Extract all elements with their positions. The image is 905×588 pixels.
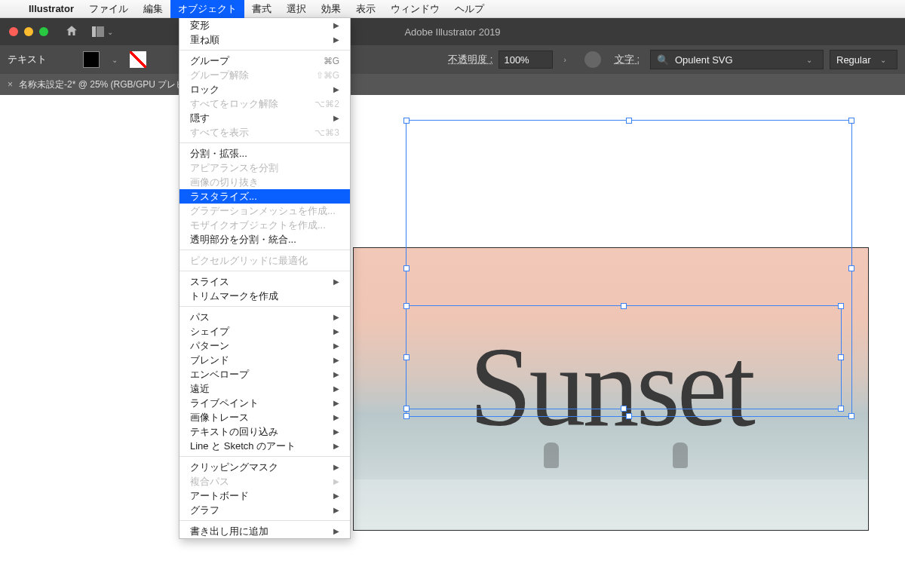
resize-handle[interactable] bbox=[403, 354, 410, 360]
menu-item[interactable]: グループ⌘G bbox=[179, 54, 350, 68]
menu-item: グループ解除⇧⌘G bbox=[179, 68, 350, 82]
resize-handle[interactable] bbox=[403, 406, 410, 412]
resize-handle[interactable] bbox=[848, 118, 854, 124]
menu-item-label: グラデーションメッシュを作成... bbox=[190, 204, 336, 218]
menu-item[interactable]: グラフ▶ bbox=[179, 503, 350, 517]
menu-shortcut: ⌥⌘3 bbox=[314, 127, 339, 138]
menu-item[interactable]: 画像トレース▶ bbox=[179, 410, 350, 424]
opacity-value: 100% bbox=[504, 54, 529, 66]
app-name[interactable]: Illustrator bbox=[21, 3, 81, 14]
menu-item-8[interactable]: ヘルプ bbox=[447, 0, 492, 18]
resize-handle[interactable] bbox=[403, 303, 410, 309]
resize-handle[interactable] bbox=[621, 406, 627, 412]
character-label[interactable]: 文字 : bbox=[615, 53, 640, 66]
weight-dropdown-icon[interactable]: ⌄ bbox=[876, 56, 891, 64]
menu-item-5[interactable]: 効果 bbox=[314, 0, 348, 18]
menu-item-label: 分割・拡張... bbox=[190, 147, 247, 161]
document-tab-bar: × 名称未設定-2* @ 25% (RGB/GPU プレビュー) bbox=[0, 74, 905, 95]
resize-handle[interactable] bbox=[403, 265, 410, 271]
resize-handle[interactable] bbox=[838, 303, 844, 309]
menu-separator bbox=[179, 142, 350, 143]
app-title: Adobe Illustrator 2019 bbox=[404, 26, 500, 38]
fill-swatch[interactable] bbox=[83, 51, 100, 68]
menu-item[interactable]: トリムマークを作成 bbox=[179, 289, 350, 303]
submenu-arrow-icon: ▶ bbox=[333, 277, 339, 286]
menu-item[interactable]: ライブペイント▶ bbox=[179, 396, 350, 410]
menu-item[interactable]: パス▶ bbox=[179, 310, 350, 324]
submenu-arrow-icon: ▶ bbox=[333, 413, 339, 421]
submenu-arrow-icon: ▶ bbox=[333, 492, 339, 500]
resize-handle[interactable] bbox=[848, 413, 854, 419]
submenu-arrow-icon: ▶ bbox=[333, 442, 339, 450]
font-weight-field[interactable]: Regular ⌄ bbox=[830, 50, 897, 69]
menu-item[interactable]: 遠近▶ bbox=[179, 381, 350, 396]
menu-item[interactable]: ブレンド▶ bbox=[179, 353, 350, 367]
submenu-arrow-icon: ▶ bbox=[333, 527, 339, 535]
resize-handle[interactable] bbox=[626, 118, 632, 124]
menu-item[interactable]: Line と Sketch のアート▶ bbox=[179, 439, 350, 453]
font-family-value: Opulent SVG bbox=[675, 54, 796, 66]
opacity-chevron[interactable]: › bbox=[559, 56, 570, 64]
submenu-arrow-icon: ▶ bbox=[333, 327, 339, 335]
resize-handle[interactable] bbox=[838, 406, 844, 412]
menu-item-4[interactable]: 選択 bbox=[279, 0, 314, 18]
menu-item[interactable]: 重ね順▶ bbox=[179, 32, 350, 47]
resize-handle[interactable] bbox=[838, 354, 844, 360]
font-family-field[interactable]: 🔍 Opulent SVG ⌄ bbox=[650, 50, 824, 69]
menu-item: モザイクオブジェクトを作成... bbox=[179, 218, 350, 232]
close-window-button[interactable] bbox=[9, 27, 18, 36]
home-icon[interactable] bbox=[57, 24, 86, 40]
menu-item[interactable]: 分割・拡張... bbox=[179, 146, 350, 161]
submenu-arrow-icon: ▶ bbox=[333, 21, 339, 29]
menu-item-7[interactable]: ウィンドウ bbox=[383, 0, 447, 18]
menu-item[interactable]: エンベロープ▶ bbox=[179, 367, 350, 381]
maximize-window-button[interactable] bbox=[39, 27, 48, 36]
menu-item-6[interactable]: 表示 bbox=[348, 0, 383, 18]
recolor-icon[interactable] bbox=[584, 51, 601, 68]
menu-item-label: 重ね順 bbox=[190, 33, 219, 47]
menu-item[interactable]: ラスタライズ... bbox=[179, 189, 350, 204]
close-tab-icon[interactable]: × bbox=[8, 79, 13, 90]
menu-item[interactable]: テキストの回り込み▶ bbox=[179, 424, 350, 439]
menu-item: すべてをロック解除⌥⌘2 bbox=[179, 96, 350, 111]
svg-rect-0 bbox=[92, 26, 96, 37]
menu-item[interactable]: シェイプ▶ bbox=[179, 324, 350, 338]
menu-item-3[interactable]: 書式 bbox=[244, 0, 279, 18]
menu-separator bbox=[179, 520, 350, 521]
menu-item-label: トリムマークを作成 bbox=[190, 289, 278, 303]
submenu-arrow-icon: ▶ bbox=[333, 35, 339, 44]
menu-item[interactable]: 変形▶ bbox=[179, 18, 350, 32]
menu-item[interactable]: アートボード▶ bbox=[179, 488, 350, 503]
menu-item-label: 画像トレース bbox=[190, 411, 249, 424]
resize-handle[interactable] bbox=[626, 413, 632, 419]
resize-handle[interactable] bbox=[848, 265, 854, 271]
menu-item-2[interactable]: オブジェクト bbox=[170, 0, 244, 18]
menu-item-0[interactable]: ファイル bbox=[81, 0, 136, 18]
menu-item-label: 画像の切り抜き bbox=[190, 176, 259, 189]
menu-item[interactable]: スライス▶ bbox=[179, 274, 350, 289]
menu-item[interactable]: 透明部分を分割・統合... bbox=[179, 232, 350, 247]
menu-item-label: グラフ bbox=[190, 504, 219, 517]
text-selection-box[interactable] bbox=[406, 305, 842, 409]
font-dropdown-icon[interactable]: ⌄ bbox=[802, 56, 817, 64]
menu-item[interactable]: クリッピングマスク▶ bbox=[179, 460, 350, 474]
fill-dropdown[interactable]: ⌄ bbox=[107, 56, 122, 64]
stroke-swatch[interactable] bbox=[130, 51, 146, 68]
resize-handle[interactable] bbox=[403, 413, 410, 419]
resize-handle[interactable] bbox=[621, 303, 627, 309]
menu-item[interactable]: パターン▶ bbox=[179, 338, 350, 353]
menu-item[interactable]: 書き出し用に追加▶ bbox=[179, 524, 350, 538]
opacity-label[interactable]: 不透明度 : bbox=[448, 53, 492, 66]
resize-handle[interactable] bbox=[403, 118, 410, 124]
menu-item[interactable]: ロック▶ bbox=[179, 82, 350, 96]
submenu-arrow-icon: ▶ bbox=[333, 356, 339, 364]
workspace-switcher[interactable]: ⌄ bbox=[86, 26, 119, 37]
menu-separator bbox=[179, 50, 350, 51]
search-icon: 🔍 bbox=[657, 54, 669, 66]
menu-item-1[interactable]: 編集 bbox=[136, 0, 170, 18]
menu-item[interactable]: 隠す▶ bbox=[179, 111, 350, 125]
opacity-field[interactable]: 100% bbox=[499, 51, 553, 69]
menu-item-label: モザイクオブジェクトを作成... bbox=[190, 219, 326, 232]
minimize-window-button[interactable] bbox=[24, 27, 33, 36]
menu-item: アピアランスを分割 bbox=[179, 161, 350, 175]
